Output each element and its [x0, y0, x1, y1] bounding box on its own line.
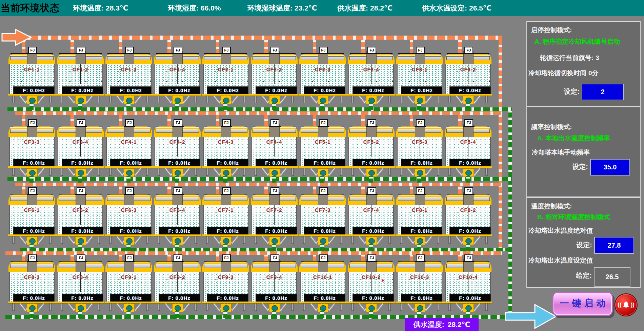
pump-impeller-icon	[29, 238, 36, 244]
cooling-tower: FJ CF4-3 F: 0.0Hz	[202, 119, 249, 185]
tower-label: CF8-4	[58, 274, 102, 280]
alarm-bell-icon[interactable]: (( ))	[615, 293, 638, 316]
manual-frequency-input[interactable]: 35.0	[590, 159, 630, 175]
fan-motor-label: FJ	[467, 48, 471, 52]
fan-blade-right-icon	[278, 56, 296, 60]
fan-motor-box: FJ	[222, 254, 231, 262]
tower-label: CF7-3	[301, 207, 345, 213]
outlet-abs-temp-label: 冷却塔出水温度绝对值	[528, 226, 593, 235]
outlet-temp-input[interactable]: 27.8	[594, 237, 634, 254]
fan-motor-label: FJ	[176, 121, 180, 125]
frequency-set-label: 设定:	[537, 162, 588, 171]
fan-motor-label: FJ	[31, 121, 35, 125]
frequency-value: F: 0.0Hz	[265, 295, 287, 301]
feed-pipe-drop	[313, 115, 316, 126]
fan-blade-right-icon	[132, 129, 150, 133]
frequency-display: F: 0.0Hz	[110, 86, 152, 94]
fan-motor-box: FJ	[319, 187, 328, 194]
cooling-tower: FJ CF10-3 F: 0.0Hz	[396, 254, 443, 320]
pump-outlet-pipe	[126, 103, 130, 110]
feed-pipe-drop	[361, 40, 365, 53]
feed-pipe-drop	[458, 255, 462, 261]
feed-pipe-drop	[410, 115, 413, 126]
fan-blade-right-icon	[326, 197, 344, 201]
feed-pipe-drop	[119, 255, 122, 261]
fan-blade-right-icon	[84, 264, 102, 268]
fan-blade-right-icon	[84, 197, 102, 201]
fan-motor-box: FJ	[319, 119, 328, 126]
given-value-display[interactable]: 26.5	[594, 267, 630, 287]
frequency-value: F: 0.0Hz	[314, 160, 336, 166]
pump-impeller-icon	[29, 98, 36, 103]
feed-pipe-drop	[167, 115, 171, 126]
frequency-display: F: 0.0Hz	[207, 159, 248, 167]
fan-blade-right-icon	[423, 197, 441, 201]
pump-impeller-icon	[223, 170, 229, 176]
rotation-flag-line: 轮循运行当前旗号:3	[540, 54, 599, 62]
fan-blade-right-icon	[326, 264, 344, 268]
feed-pipe-drop	[22, 186, 25, 194]
fan-motor-label: FJ	[467, 256, 471, 260]
fan-motor-label: FJ	[79, 48, 83, 52]
fan-blade-left-icon	[398, 197, 416, 201]
tower-label: CF6-1	[10, 207, 54, 213]
frequency-display: F: 0.0Hz	[13, 227, 55, 235]
cooling-tower: FJ CF5-3 F: 0.0Hz	[396, 119, 443, 185]
rotation-count-input[interactable]: 2	[582, 84, 624, 100]
tower-label: CF1-4	[155, 66, 199, 72]
fan-blade-left-icon	[156, 56, 174, 60]
fan-motor-box: FJ	[28, 187, 37, 194]
frequency-value: F: 0.0Hz	[120, 295, 142, 301]
frequency-value: F: 0.0Hz	[168, 87, 190, 93]
readout-ambient-temp: 环境温度:28.3℃	[73, 0, 128, 16]
feed-pipe-drop	[119, 115, 122, 126]
fan-motor-box: FJ	[416, 187, 425, 194]
frequency-title: 频率控制模式:	[531, 123, 572, 131]
frequency-display: F: 0.0Hz	[159, 86, 200, 94]
outlet-temp-target-label: 冷却塔出水温度设定值	[528, 256, 593, 265]
tower-label: CF8-2	[446, 207, 490, 213]
frequency-value: F: 0.0Hz	[217, 295, 239, 301]
pump-outlet-pipe	[175, 103, 179, 110]
fan-motor-label: FJ	[273, 256, 277, 260]
tower-row-1: FJ CF1-1 F: 0.0Hz FJ CF1-2 F: 0.0Hz	[8, 47, 500, 115]
tower-label: CF4-4	[252, 139, 296, 145]
cooling-tower: FJ CF1-1 F: 0.0Hz	[8, 47, 55, 113]
fan-motor-box: FJ	[416, 119, 425, 126]
fan-motor-label: FJ	[370, 256, 374, 260]
frequency-display: F: 0.0Hz	[401, 227, 442, 235]
feed-pipe-drop	[71, 186, 74, 194]
fan-motor-box: FJ	[367, 254, 376, 262]
fan-blade-right-icon	[471, 129, 490, 133]
frequency-display: F: 0.0Hz	[449, 227, 491, 235]
fan-blade-right-icon	[132, 264, 150, 268]
fan-motor-label: FJ	[176, 256, 180, 260]
frequency-display: F: 0.0Hz	[110, 294, 152, 302]
pump-outlet-pipe	[320, 103, 324, 110]
readout-supply-setpoint: 供水水温设定:26.5℃	[422, 0, 491, 16]
pump-outlet-pipe	[417, 311, 421, 318]
frequency-display: F: 0.0Hz	[304, 227, 345, 235]
tower-label: CF1-3	[107, 66, 151, 72]
pump-outlet-pipe	[175, 311, 179, 318]
fan-blade-right-icon	[471, 197, 490, 201]
start-stop-mode: A. 程序指定冷却风机编号启动	[535, 37, 620, 46]
cooling-tower: FJ CF8-2 F: 0.0Hz	[445, 187, 491, 253]
feed-pipe-drop	[410, 40, 413, 53]
feed-pipe-drop	[22, 115, 25, 126]
frequency-value: F: 0.0Hz	[410, 160, 433, 166]
cooling-tower: FJ CF6-3 F: 0.0Hz	[105, 187, 152, 253]
one-key-start-button[interactable]: 一键启动	[552, 292, 613, 316]
pump-outlet-pipe	[223, 103, 227, 110]
pump-impeller-icon	[271, 170, 278, 176]
fan-blade-right-icon	[132, 197, 150, 201]
cooling-tower: FJ CF3-2 F: 0.0Hz	[445, 47, 491, 113]
frequency-value: F: 0.0Hz	[410, 295, 433, 301]
pump-outlet-pipe	[272, 103, 276, 110]
fan-motor-box: FJ	[367, 119, 376, 126]
fan-blade-left-icon	[301, 197, 319, 201]
pump-impeller-icon	[320, 170, 326, 176]
cooling-tower: FJ CF7-3 F: 0.0Hz	[299, 187, 346, 253]
fan-blade-right-icon	[229, 56, 247, 60]
tower-label: CF1-2	[58, 66, 102, 72]
